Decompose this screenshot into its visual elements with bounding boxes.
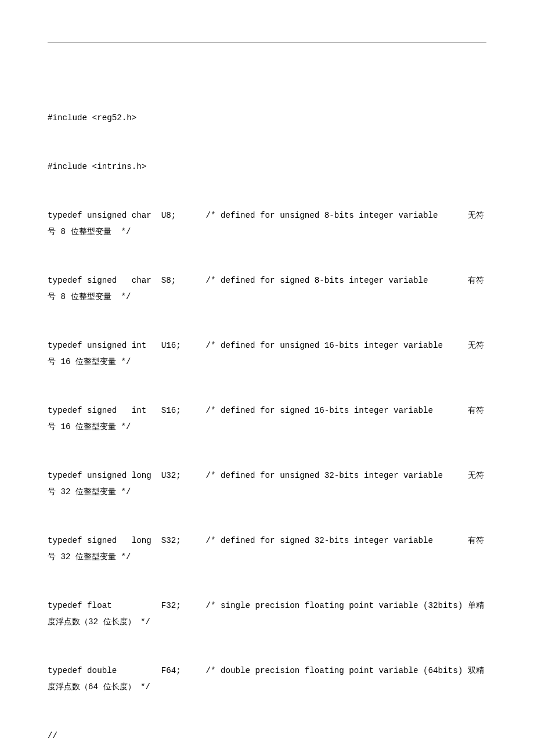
document-page: #include <reg52.h> #include <intrins.h> …	[0, 0, 534, 756]
code-line: #include <intrins.h>	[48, 159, 486, 175]
code-line: typedef unsigned long U32; /* defined fo…	[48, 467, 486, 500]
code-line: typedef signed int S16; /* defined for s…	[48, 402, 486, 435]
header-rule	[48, 42, 486, 42]
code-block: #include <reg52.h> #include <intrins.h> …	[48, 77, 486, 756]
code-line: //	[48, 728, 486, 744]
code-line: typedef signed long S32; /* defined for …	[48, 532, 486, 565]
code-line: typedef signed char S8; /* defined for s…	[48, 272, 486, 305]
code-line: typedef double F64; /* double precision …	[48, 663, 486, 695]
code-line: typedef unsigned char U8; /* defined for…	[48, 207, 486, 240]
code-line: typedef unsigned int U16; /* defined for…	[48, 337, 486, 370]
code-line: #include <reg52.h>	[48, 110, 486, 126]
code-line: typedef float F32; /* single precision f…	[48, 597, 486, 630]
